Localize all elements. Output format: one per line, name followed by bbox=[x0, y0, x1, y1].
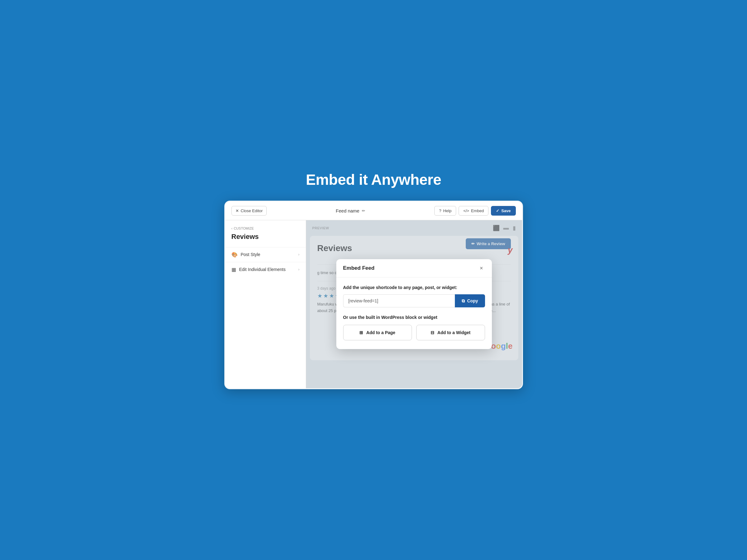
or-use-label: Or use the built in WordPress block or w… bbox=[343, 315, 485, 320]
embed-label: Embed bbox=[471, 208, 484, 213]
add-to-page-button[interactable]: ⊞ Add to a Page bbox=[343, 325, 412, 340]
add-to-widget-label: Add to a Widget bbox=[437, 330, 470, 335]
main-layout: ‹ CUSTOMIZE Reviews 🎨 Post Style › ▦ Edi… bbox=[225, 220, 522, 388]
copy-button[interactable]: ⧉ Copy bbox=[455, 294, 485, 307]
sidebar-item-left-2: ▦ Edit Individual Elements bbox=[231, 266, 286, 273]
chevron-right-2-icon: › bbox=[299, 267, 300, 272]
sidebar-title: Reviews bbox=[225, 233, 306, 247]
help-button[interactable]: ? Help bbox=[434, 206, 456, 215]
shortcode-input[interactable] bbox=[343, 294, 455, 307]
customize-label: CUSTOMIZE bbox=[234, 227, 254, 230]
modal-body: Add the unique shortcode to any page, po… bbox=[336, 278, 492, 349]
code-icon: </> bbox=[463, 208, 469, 213]
embed-feed-modal: Embed Feed × Add the unique shortcode to… bbox=[336, 259, 492, 349]
sidebar-item-left: 🎨 Post Style bbox=[231, 252, 260, 258]
post-style-label: Post Style bbox=[241, 252, 260, 257]
palette-icon: 🎨 bbox=[231, 252, 238, 258]
chevron-right-icon: › bbox=[299, 252, 300, 257]
sidebar-item-edit-elements[interactable]: ▦ Edit Individual Elements › bbox=[225, 262, 306, 277]
top-bar: ✕ Close Editor Feed name ✏ ? Help </> Em… bbox=[225, 202, 522, 220]
copy-label: Copy bbox=[467, 298, 478, 303]
sidebar-customize: ‹ CUSTOMIZE bbox=[225, 227, 306, 233]
feed-name-label: Feed name bbox=[336, 208, 359, 213]
close-editor-button[interactable]: ✕ Close Editor bbox=[231, 206, 267, 215]
content-area: PREVIEW ⬛ ▬ ▮ Reviews ✏ Write a Review bbox=[306, 220, 522, 388]
layout-icon: ▦ bbox=[231, 266, 236, 273]
pencil-icon[interactable]: ✏ bbox=[362, 208, 365, 213]
help-circle-icon: ? bbox=[439, 208, 441, 213]
add-to-page-label: Add to a Page bbox=[366, 330, 395, 335]
modal-overlay: Embed Feed × Add the unique shortcode to… bbox=[306, 220, 522, 388]
top-bar-left: ✕ Close Editor bbox=[231, 206, 267, 215]
check-icon: ✓ bbox=[496, 208, 499, 213]
save-button[interactable]: ✓ Save bbox=[491, 206, 516, 215]
top-bar-center: Feed name ✏ bbox=[336, 208, 365, 213]
close-editor-label: Close Editor bbox=[241, 208, 263, 213]
modal-description: Add the unique shortcode to any page, po… bbox=[343, 285, 485, 290]
sidebar: ‹ CUSTOMIZE Reviews 🎨 Post Style › ▦ Edi… bbox=[225, 220, 306, 388]
widget-icon: ⊟ bbox=[431, 330, 434, 335]
close-x-icon: ✕ bbox=[235, 208, 239, 213]
modal-title: Embed Feed bbox=[343, 265, 375, 271]
sidebar-item-post-style[interactable]: 🎨 Post Style › bbox=[225, 247, 306, 262]
app-window: ✕ Close Editor Feed name ✏ ? Help </> Em… bbox=[224, 201, 523, 389]
embed-button[interactable]: </> Embed bbox=[459, 206, 488, 215]
page-icon: ⊞ bbox=[359, 330, 363, 335]
page-title: Embed it Anywhere bbox=[306, 171, 441, 188]
save-label: Save bbox=[501, 208, 511, 213]
embed-options: ⊞ Add to a Page ⊟ Add to a Widget bbox=[343, 325, 485, 340]
add-to-widget-button[interactable]: ⊟ Add to a Widget bbox=[416, 325, 485, 340]
top-bar-right: ? Help </> Embed ✓ Save bbox=[434, 206, 516, 215]
chevron-left-icon: ‹ bbox=[231, 227, 233, 230]
modal-close-button[interactable]: × bbox=[478, 265, 485, 272]
shortcode-row: ⧉ Copy bbox=[343, 294, 485, 307]
copy-icon: ⧉ bbox=[462, 298, 465, 304]
modal-header: Embed Feed × bbox=[336, 259, 492, 278]
edit-elements-label: Edit Individual Elements bbox=[239, 267, 286, 272]
help-label: Help bbox=[443, 208, 452, 213]
